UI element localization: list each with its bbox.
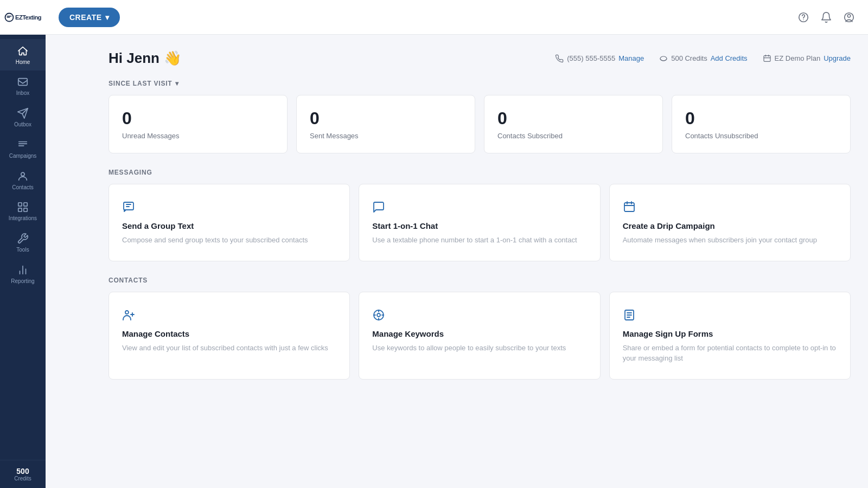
svg-point-10 — [847, 15, 851, 18]
phone-icon — [555, 54, 564, 63]
svg-point-17 — [377, 313, 380, 317]
sidebar-item-contacts[interactable]: Contacts — [0, 164, 46, 196]
svg-rect-13 — [124, 202, 133, 210]
svg-rect-4 — [24, 203, 27, 206]
sidebar-credits: 500 Credits — [0, 460, 46, 488]
plan-name: EZ Demo Plan — [775, 54, 821, 62]
stat-contacts-subscribed: 0 Contacts Subscribed — [484, 95, 663, 153]
topbar-left: CREATE ▾ — [59, 8, 120, 27]
manage-contacts-title: Manage Contacts — [122, 329, 336, 338]
card-manage-keywords[interactable]: Manage Keywords Use keywords to allow pe… — [359, 292, 600, 380]
add-credits-link[interactable]: Add Credits — [711, 54, 748, 62]
card-manage-contacts[interactable]: Manage Contacts View and edit your list … — [108, 292, 350, 380]
inbox-label: Inbox — [16, 90, 29, 96]
manage-contacts-icon — [122, 307, 336, 322]
sidebar-item-tools[interactable]: Tools — [0, 227, 46, 258]
stat-unread-label: Unread Messages — [122, 132, 274, 140]
sidebar-credits-sub: Credits — [2, 476, 43, 481]
outbox-label: Outbox — [14, 121, 31, 127]
logo-text: EZTexting — [4, 12, 41, 22]
card-start-chat[interactable]: Start 1-on-1 Chat Use a textable phone n… — [359, 184, 600, 261]
svg-rect-12 — [764, 55, 770, 61]
notifications-icon[interactable] — [820, 11, 832, 24]
integrations-icon — [17, 201, 29, 214]
home-label: Home — [16, 59, 30, 65]
greeting-emoji: 👋 — [164, 50, 181, 67]
campaigns-icon — [17, 138, 29, 151]
card-send-group-text[interactable]: Send a Group Text Compose and send group… — [108, 184, 350, 261]
home-icon — [17, 44, 29, 57]
card-manage-signup-forms[interactable]: Manage Sign Up Forms Share or embed a fo… — [609, 292, 851, 380]
contacts-icon — [17, 170, 29, 182]
manage-signup-forms-icon — [623, 307, 837, 322]
upgrade-link[interactable]: Upgrade — [824, 54, 851, 62]
svg-rect-5 — [18, 208, 22, 211]
integrations-label: Integrations — [9, 215, 37, 221]
phone-info: (555) 555-5555 Manage — [555, 54, 644, 63]
since-last-visit-header[interactable]: SINCE LAST VISIT ▾ — [108, 80, 851, 87]
sidebar-item-campaigns[interactable]: Campaigns — [0, 133, 46, 164]
reporting-label: Reporting — [11, 278, 34, 284]
sidebar-nav: Home Inbox Outbox Campaigns — [0, 35, 46, 460]
logo-icon — [4, 12, 14, 22]
manage-keywords-icon — [372, 307, 586, 322]
greeting: Hi Jenn 👋 — [108, 50, 181, 67]
send-group-text-title: Send a Group Text — [122, 221, 336, 230]
credits-info: 500 Credits Add Credits — [659, 54, 747, 63]
sidebar-item-home[interactable]: Home — [0, 39, 46, 70]
send-group-text-icon — [122, 200, 336, 214]
start-chat-title: Start 1-on-1 Chat — [372, 221, 586, 230]
svg-rect-6 — [24, 208, 27, 211]
tools-icon — [17, 232, 29, 245]
manage-link[interactable]: Manage — [618, 54, 644, 62]
sidebar-item-integrations[interactable]: Integrations — [0, 196, 46, 227]
drip-campaign-desc: Automate messages when subscribers join … — [623, 235, 837, 246]
chevron-down-icon: ▾ — [175, 80, 179, 87]
greeting-text: Hi Jenn — [108, 50, 159, 67]
user-avatar-icon[interactable] — [843, 11, 855, 24]
stat-contacts-unsubscribed: 0 Contacts Unsubscribed — [672, 95, 851, 153]
stats-row: 0 Unread Messages 0 Sent Messages 0 Cont… — [108, 95, 851, 153]
manage-signup-forms-desc: Share or embed a form for potential cont… — [623, 343, 837, 364]
start-chat-desc: Use a textable phone number to start a 1… — [372, 235, 586, 246]
help-icon[interactable] — [797, 11, 809, 24]
tools-label: Tools — [16, 247, 29, 253]
create-chevron-icon: ▾ — [105, 13, 110, 22]
sidebar-item-inbox[interactable]: Inbox — [0, 70, 46, 102]
campaigns-label: Campaigns — [9, 153, 37, 159]
sidebar: EZTexting Home Inbox Outbox — [0, 0, 46, 488]
card-drip-campaign[interactable]: Create a Drip Campaign Automate messages… — [609, 184, 851, 261]
manage-signup-forms-title: Manage Sign Up Forms — [623, 329, 837, 338]
stat-sent-value: 0 — [310, 108, 462, 129]
stat-sent-label: Sent Messages — [310, 132, 462, 140]
messaging-section-title: MESSAGING — [108, 169, 851, 176]
plan-info: EZ Demo Plan Upgrade — [763, 54, 851, 63]
svg-rect-3 — [18, 203, 22, 206]
svg-point-8 — [803, 20, 803, 20]
credits-icon — [659, 54, 668, 63]
drip-campaign-icon — [623, 200, 837, 214]
svg-rect-1 — [18, 79, 28, 86]
stat-subscribed-label: Contacts Subscribed — [497, 132, 649, 140]
sidebar-item-reporting[interactable]: Reporting — [0, 258, 46, 290]
topbar: CREATE ▾ — [46, 0, 868, 35]
stat-unsubscribed-label: Contacts Unsubscribed — [685, 132, 837, 140]
main-content: Hi Jenn 👋 (555) 555-5555 Manage 500 Cred… — [91, 35, 868, 488]
topbar-right — [797, 11, 855, 24]
stat-unread-messages: 0 Unread Messages — [108, 95, 288, 153]
create-button[interactable]: CREATE ▾ — [59, 8, 120, 27]
manage-keywords-desc: Use keywords to allow people to easily s… — [372, 343, 586, 354]
stat-sent-messages: 0 Sent Messages — [296, 95, 475, 153]
inbox-icon — [17, 76, 29, 88]
manage-keywords-title: Manage Keywords — [372, 329, 586, 338]
stat-subscribed-value: 0 — [497, 108, 649, 129]
create-button-label: CREATE — [69, 13, 102, 22]
sidebar-item-outbox[interactable]: Outbox — [0, 101, 46, 133]
drip-campaign-title: Create a Drip Campaign — [623, 221, 837, 230]
logo: EZTexting — [0, 0, 46, 35]
plan-icon — [763, 54, 771, 63]
credits-value: 500 Credits — [671, 54, 707, 62]
phone-number: (555) 555-5555 — [567, 54, 615, 62]
contacts-label: Contacts — [12, 184, 33, 190]
contacts-cards: Manage Contacts View and edit your list … — [108, 292, 851, 380]
